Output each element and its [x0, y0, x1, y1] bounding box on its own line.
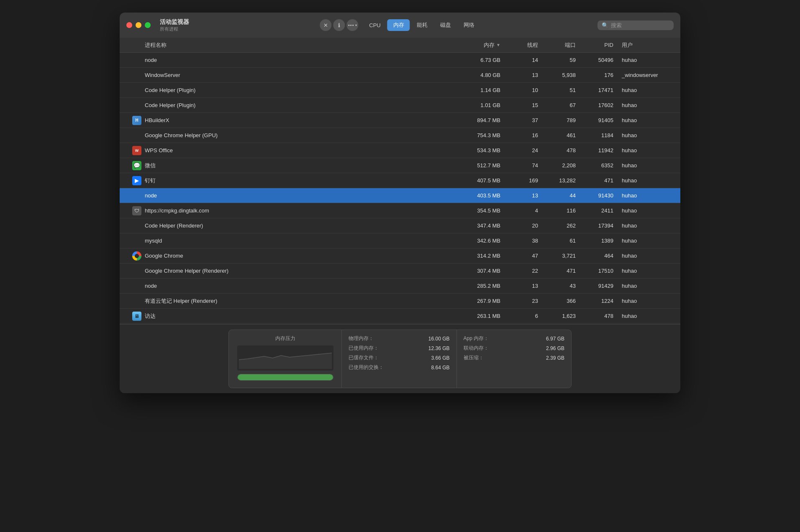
stop-button[interactable]: ✕ — [320, 19, 331, 31]
row-memory: 512.7 MB — [450, 162, 505, 169]
tab-cpu[interactable]: CPU — [363, 20, 386, 31]
row-icon: 🛡 — [120, 206, 145, 215]
row-process-name: mysqld — [145, 238, 450, 244]
table-row[interactable]: Google Chrome 314.2 MB 47 3,721 464 huha… — [120, 248, 680, 263]
table-row[interactable]: Code Helper (Renderer) 347.4 MB 20 262 1… — [120, 218, 680, 233]
app-memory-row: App 内存： 6.97 GB — [464, 335, 565, 342]
sort-arrow-icon: ▼ — [496, 43, 500, 47]
table-row[interactable]: Code Helper (Plugin) 1.01 GB 15 67 17602… — [120, 98, 680, 113]
row-ports: 366 — [542, 298, 580, 304]
row-pid: 17510 — [580, 268, 618, 274]
header-memory[interactable]: 内存 ▼ — [450, 41, 505, 49]
row-ports: 116 — [542, 207, 580, 214]
row-threads: 15 — [505, 102, 542, 108]
row-threads: 4 — [505, 207, 542, 214]
row-process-name: Google Chrome Helper (Renderer) — [145, 268, 450, 274]
swap-used-label: 已使用的交换： — [349, 364, 384, 371]
app-memory-label: App 内存： — [464, 335, 489, 342]
row-pid: 1224 — [580, 298, 618, 304]
minimize-button[interactable] — [136, 22, 141, 28]
row-process-name: Code Helper (Plugin) — [145, 87, 450, 93]
finder-icon: 🖥 — [132, 312, 141, 321]
table-row[interactable]: node 403.5 MB 13 44 91430 huhao — [120, 188, 680, 203]
stats-container: 内存压力 物理内存： 16.00 — [228, 330, 572, 388]
header-threads[interactable]: 线程 — [505, 41, 542, 49]
row-ports: 67 — [542, 102, 580, 108]
table-row[interactable]: 🖥 访达 263.1 MB 6 1,623 478 huhao — [120, 309, 680, 324]
row-user: huhao — [618, 132, 680, 138]
row-pid: 478 — [580, 313, 618, 319]
app-title: 活动监视器 — [160, 18, 189, 26]
table-row[interactable]: Google Chrome Helper (GPU) 754.3 MB 16 4… — [120, 128, 680, 143]
row-pid: 6352 — [580, 162, 618, 169]
table-row[interactable]: mysqld 342.6 MB 38 61 1389 huhao — [120, 233, 680, 248]
row-pid: 50496 — [580, 57, 618, 63]
tab-energy[interactable]: 能耗 — [411, 19, 433, 31]
row-memory: 267.9 MB — [450, 298, 505, 304]
search-area[interactable]: 🔍 — [597, 20, 674, 30]
tab-memory[interactable]: 内存 — [387, 19, 410, 31]
row-user: huhao — [618, 313, 680, 319]
info-button[interactable]: ℹ — [333, 19, 345, 31]
row-user: huhao — [618, 223, 680, 229]
table-row[interactable]: Code Helper (Plugin) 1.14 GB 10 51 17471… — [120, 83, 680, 98]
row-icon: ▶ — [120, 176, 145, 185]
physical-memory-value: 16.00 GB — [428, 336, 450, 342]
table-row[interactable]: WindowServer 4.80 GB 13 5,938 176 _windo… — [120, 68, 680, 83]
row-user: huhao — [618, 147, 680, 153]
table-row[interactable]: ▶ 钉钉 407.5 MB 169 13,282 471 huhao — [120, 173, 680, 188]
row-user: _windowserver — [618, 72, 680, 78]
tab-network[interactable]: 网络 — [458, 19, 480, 31]
table-row[interactable]: node 6.73 GB 14 59 50496 huhao — [120, 53, 680, 68]
shield-icon: 🛡 — [132, 206, 141, 215]
table-row[interactable]: 🛡 https://cmpkg.dingtalk.com 354.5 MB 4 … — [120, 203, 680, 218]
tab-disk[interactable]: 磁盘 — [434, 19, 457, 31]
row-memory: 6.73 GB — [450, 57, 505, 63]
table-body[interactable]: node 6.73 GB 14 59 50496 huhao WindowSer… — [120, 53, 680, 324]
table-row[interactable]: node 285.2 MB 13 43 91429 huhao — [120, 279, 680, 294]
close-button[interactable] — [126, 22, 132, 28]
row-pid: 17471 — [580, 87, 618, 93]
row-process-name: Code Helper (Renderer) — [145, 223, 450, 229]
row-threads: 38 — [505, 238, 542, 244]
row-process-name: 钉钉 — [145, 177, 450, 184]
row-pid: 91430 — [580, 192, 618, 199]
traffic-lights — [126, 22, 151, 28]
used-memory-row: 已使用内存： 12.36 GB — [349, 345, 450, 352]
more-button[interactable]: ••• ▾ — [346, 19, 358, 31]
row-memory: 754.3 MB — [450, 132, 505, 138]
wired-memory-value: 2.96 GB — [546, 345, 564, 351]
table-row[interactable]: 💬 微信 512.7 MB 74 2,208 6352 huhao — [120, 158, 680, 173]
nav-tabs: CPU 内存 能耗 磁盘 网络 — [363, 19, 480, 31]
row-ports: 1,623 — [542, 313, 580, 319]
header-name[interactable]: 进程名称 — [120, 41, 450, 49]
table-row[interactable]: Google Chrome Helper (Renderer) 307.4 MB… — [120, 263, 680, 279]
wired-memory-label: 联动内存： — [464, 345, 489, 352]
row-ports: 44 — [542, 192, 580, 199]
row-process-name: node — [145, 57, 450, 63]
row-ports: 51 — [542, 87, 580, 93]
row-pid: 176 — [580, 72, 618, 78]
more-icon: ••• — [348, 23, 354, 28]
stats-col-right: App 内存： 6.97 GB 联动内存： 2.96 GB 被压缩： 2.39 … — [457, 330, 572, 388]
row-user: huhao — [618, 162, 680, 169]
row-user: huhao — [618, 57, 680, 63]
physical-memory-row: 物理内存： 16.00 GB — [349, 335, 450, 342]
progress-fill — [238, 374, 333, 380]
header-pid[interactable]: PID — [580, 42, 618, 48]
chrome-icon — [132, 251, 141, 261]
row-threads: 47 — [505, 253, 542, 259]
table-row[interactable]: H HBuilderX 894.7 MB 37 789 91405 huhao — [120, 113, 680, 128]
header-ports[interactable]: 端口 — [542, 41, 580, 49]
main-window: 活动监视器 所有进程 ✕ ℹ ••• ▾ CPU 内存 能耗 磁盘 网络 🔍 进… — [120, 13, 680, 393]
row-process-name: 微信 — [145, 162, 450, 169]
search-input[interactable] — [611, 22, 669, 28]
row-ports: 461 — [542, 132, 580, 138]
row-icon — [120, 251, 145, 261]
row-process-name: Google Chrome — [145, 253, 450, 259]
maximize-button[interactable] — [145, 22, 151, 28]
header-user[interactable]: 用户 — [618, 41, 680, 49]
row-ports: 5,938 — [542, 72, 580, 78]
table-row[interactable]: W WPS Office 534.3 MB 24 478 11942 huhao — [120, 143, 680, 158]
table-row[interactable]: 有道云笔记 Helper (Renderer) 267.9 MB 23 366 … — [120, 294, 680, 309]
